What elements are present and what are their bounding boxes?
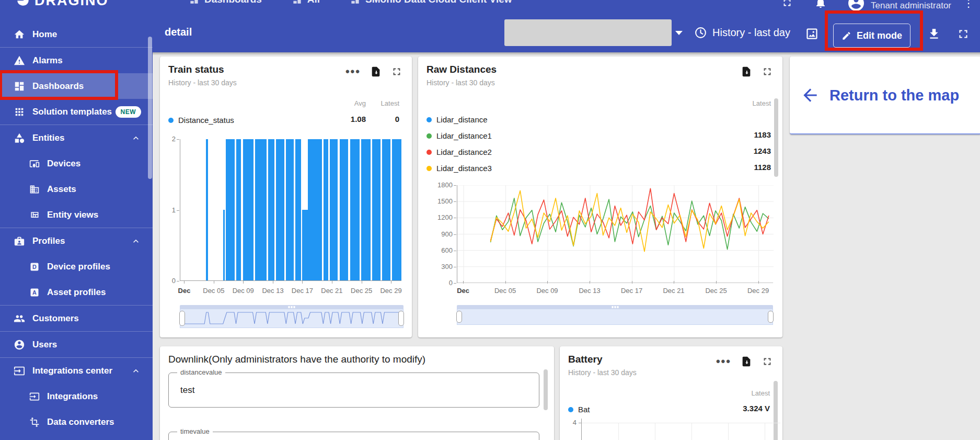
- sidebar-item-customers[interactable]: Customers: [0, 306, 153, 331]
- timewindow-button[interactable]: History - last day: [694, 26, 790, 39]
- y-tick: [454, 267, 456, 267]
- status-bar: [361, 139, 371, 280]
- navigator-grip-icon[interactable]: [612, 306, 618, 308]
- legend-item[interactable]: Lidar_distance2: [426, 148, 492, 156]
- user-role-label: Tenant administrator: [871, 1, 951, 11]
- new-badge: NEW: [116, 106, 142, 118]
- widget-title: Raw Distances: [426, 64, 497, 75]
- gridline: [765, 423, 765, 440]
- legend-scrollbar[interactable]: [774, 98, 778, 177]
- y-tick: [454, 234, 456, 235]
- y-tick: [177, 281, 179, 281]
- column-header-latest: Latest: [371, 99, 399, 107]
- sidebar-item-integrations[interactable]: Integrations: [0, 383, 153, 409]
- expand-widget-icon[interactable]: [762, 356, 773, 367]
- timevalue-field[interactable]: timevalue: [168, 432, 539, 440]
- legend-dot: [426, 150, 432, 155]
- navigator-right-handle[interactable]: [398, 311, 404, 326]
- sidebar-item-entity-views[interactable]: Entity views: [0, 202, 153, 228]
- tab-smonio-data-cloud-client-view[interactable]: SMonIo Data Cloud Client View: [350, 0, 512, 5]
- legend-item[interactable]: Lidar_distance3: [426, 164, 492, 173]
- navigator-body[interactable]: [457, 309, 773, 325]
- y-tick: [454, 218, 456, 218]
- legend-item[interactable]: Bat: [568, 405, 590, 414]
- more-horizontal-icon[interactable]: •••: [345, 68, 361, 75]
- sidebar-item-solution-templates[interactable]: Solution templatesNEW: [0, 99, 153, 125]
- chevron-up-icon[interactable]: [131, 236, 141, 246]
- sidebar-item-integrations-center[interactable]: Integrations center: [0, 358, 153, 383]
- legend-latest-value: 1183: [734, 130, 771, 139]
- status-bar: [302, 210, 308, 280]
- navigator-preview-line: [180, 309, 403, 327]
- return-to-map-label[interactable]: Return to the map: [829, 86, 959, 104]
- x-tick-label: Dec 29: [743, 287, 774, 295]
- navigator-grip-icon[interactable]: [289, 306, 295, 308]
- legend-item[interactable]: Lidar_distance: [426, 115, 488, 124]
- navigator-body[interactable]: [180, 309, 403, 328]
- tab-dashboards[interactable]: Dashboards: [189, 0, 262, 5]
- legend-name: Lidar_distance3: [436, 164, 492, 173]
- image-gallery-icon[interactable]: [805, 27, 819, 41]
- x-tick-label: Dec 13: [257, 287, 289, 295]
- svg-text:A: A: [32, 289, 37, 296]
- sidebar-item-label: Home: [32, 29, 57, 40]
- time-navigator[interactable]: [457, 305, 773, 326]
- download-icon[interactable]: [927, 27, 941, 41]
- legend-latest-value: 3.324 V: [728, 404, 770, 413]
- sidebar-item-label: Users: [32, 340, 57, 350]
- sidebar-item-profiles[interactable]: Profiles: [0, 228, 153, 254]
- legend-item[interactable]: Distance_status: [168, 116, 234, 125]
- tab-all[interactable]: All: [292, 0, 320, 5]
- more-vertical-icon[interactable]: ⋮: [963, 0, 974, 9]
- time-navigator[interactable]: [180, 305, 403, 329]
- navigator-left-handle[interactable]: [456, 311, 462, 323]
- x-tick: [716, 281, 717, 284]
- sidebar-item-device-profiles[interactable]: DDevice profiles: [0, 254, 153, 279]
- arrow-back-icon[interactable]: [800, 85, 820, 105]
- sidebar-item-data-converters[interactable]: Data converters: [0, 409, 153, 435]
- legend-item[interactable]: Lidar_distance1: [426, 131, 492, 140]
- sidebar-item-entities[interactable]: Entities: [0, 125, 153, 151]
- navigator-rail[interactable]: [457, 305, 773, 309]
- widget-return-to-map[interactable]: Return to the map: [790, 57, 980, 134]
- legend-scrollbar[interactable]: [774, 381, 778, 440]
- status-bar: [324, 139, 328, 280]
- raw-distances-chart[interactable]: [457, 185, 773, 283]
- chevron-up-icon[interactable]: [131, 366, 141, 376]
- form-scrollbar[interactable]: [544, 369, 548, 410]
- sidebar-item-assets[interactable]: Assets: [0, 176, 153, 202]
- sidebar-item-devices[interactable]: Devices: [0, 151, 153, 176]
- more-horizontal-icon[interactable]: •••: [716, 358, 731, 365]
- status-bar: [226, 139, 235, 280]
- select-caret-icon[interactable]: [675, 31, 683, 35]
- user-avatar[interactable]: [847, 0, 866, 13]
- edit-mode-button[interactable]: Edit mode: [833, 24, 910, 48]
- sidebar-item-asset-profiles[interactable]: AAsset profiles: [0, 279, 153, 305]
- sidebar-item-users[interactable]: Users: [0, 332, 153, 357]
- navigator-rail[interactable]: [180, 305, 403, 309]
- widget-title: Train status: [168, 64, 224, 75]
- expand-widget-icon[interactable]: [762, 66, 773, 77]
- export-data-icon[interactable]: [741, 356, 752, 367]
- dashboards-icon: [14, 81, 25, 92]
- expand-widget-icon[interactable]: [391, 66, 402, 77]
- navigator-left-handle[interactable]: [179, 311, 185, 326]
- notifications-bell-icon[interactable]: [814, 0, 827, 9]
- x-tick-label: Dec: [447, 287, 479, 295]
- sidebar-scrollbar[interactable]: [148, 37, 152, 179]
- fullscreen-icon[interactable]: [781, 0, 793, 8]
- chevron-up-icon[interactable]: [131, 133, 141, 143]
- sidebar-item-label: Alarms: [32, 55, 63, 66]
- entity-alias-select[interactable]: [504, 19, 672, 46]
- sidebar-item-dashboards[interactable]: Dashboards: [0, 73, 153, 99]
- train-status-chart[interactable]: [180, 139, 401, 281]
- distancevalue-value[interactable]: test: [180, 385, 194, 396]
- pencil-icon: [841, 31, 851, 41]
- distancevalue-field[interactable]: distancevalue test: [168, 373, 539, 408]
- sidebar-item-home[interactable]: Home: [0, 21, 153, 47]
- navigator-right-handle[interactable]: [768, 311, 774, 323]
- sidebar-item-alarms[interactable]: Alarms: [0, 48, 153, 73]
- export-data-icon[interactable]: [370, 66, 382, 77]
- fullscreen-dashboard-icon[interactable]: [956, 27, 970, 41]
- export-data-icon[interactable]: [741, 66, 752, 77]
